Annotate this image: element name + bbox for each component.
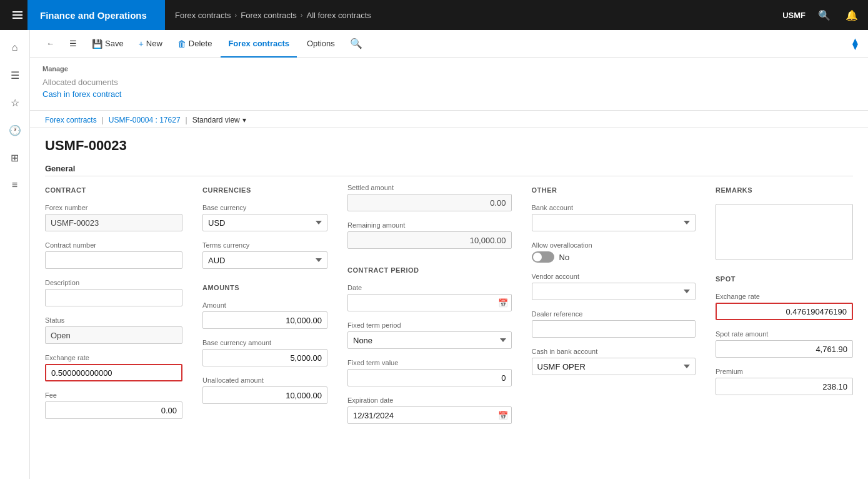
contract-number-label: Contract number [45,241,182,249]
breadcrumb-1[interactable]: Forex contracts [175,11,231,20]
menu-cash-in-forex-contract[interactable]: Cash in forex contract [42,88,856,100]
main-content: ← ☰ 💾 Save + New 🗑 Delete Forex contract… [30,30,868,479]
sidebar-favorites-icon[interactable]: ☆ [2,90,27,115]
breadcrumb-chevron-2: › [301,11,303,19]
contract-col: CONTRACT Forex number Contract number De… [45,184,182,429]
toolbar-bookmark-icon[interactable]: ⧫ [852,37,858,51]
toolbar: ← ☰ 💾 Save + New 🗑 Delete Forex contract… [30,30,868,58]
date-calendar-icon[interactable]: 📅 [498,298,508,308]
grid-menu-button[interactable] [7,0,27,30]
tab-options[interactable]: Options [299,30,342,58]
description-field: Description [45,279,182,306]
description-label: Description [45,279,182,286]
spot-exchange-rate-label: Exchange rate [716,293,853,300]
fixed-term-period-label: Fixed term period [347,321,512,329]
form-grid: CONTRACT Forex number Contract number De… [45,184,853,429]
bank-account-select[interactable] [532,214,696,231]
sidebar-nav-icon[interactable]: ☰ [2,63,27,88]
status-label: Status [45,316,182,324]
fixed-term-value-label: Fixed term value [347,359,512,366]
svg-rect-1 [12,14,22,16]
bank-account-label: Bank account [532,204,696,211]
amount-label: Amount [202,301,327,309]
expiration-calendar-icon[interactable]: 📅 [498,411,508,420]
sidebar-workspaces-icon[interactable]: ⊞ [2,145,27,170]
tab-forex-contracts[interactable]: Forex contracts [221,30,297,58]
form-area: USMF-00023 General CONTRACT Forex number… [30,128,868,479]
status-input[interactable] [45,326,182,344]
back-button[interactable]: ← [40,35,61,52]
new-label: New [146,39,162,48]
unallocated-amount-input[interactable] [202,386,327,404]
expiration-date-input[interactable] [347,406,512,424]
allow-overallocation-label: Allow overallocation [532,241,696,249]
amount-input[interactable] [202,311,327,329]
breadcrumb: Forex contracts › Forex contracts › All … [165,11,782,20]
manage-label: Manage [42,65,856,73]
amount-field: Amount [202,301,327,329]
sidebar-list-icon[interactable]: ≡ [2,173,27,198]
status-field: Status [45,316,182,344]
cash-in-bank-account-field: Cash in bank account USMF OPER [532,348,696,375]
forex-number-input[interactable] [45,214,182,231]
description-input[interactable] [45,289,182,306]
other-section-label: OTHER [532,186,696,194]
cash-in-bank-account-select[interactable]: USMF OPER [532,358,696,375]
allow-overallocation-toggle[interactable] [532,251,554,263]
record-nav-record[interactable]: USMF-00004 : 17627 [109,116,181,124]
settled-amount-input[interactable] [347,194,512,211]
currencies-col: CURRENCIES Base currency USD Terms curre… [202,184,327,429]
hamburger-button[interactable]: ☰ [63,35,83,52]
spot-rate-amount-input[interactable] [716,340,853,358]
dealer-reference-field: Dealer reference [532,310,696,338]
fixed-term-period-select[interactable]: None [347,331,512,349]
contract-number-field: Contract number [45,241,182,269]
base-currency-select[interactable]: USD [202,214,327,231]
spot-rate-amount-field: Spot rate amount [716,330,853,358]
base-currency-amount-label: Base currency amount [202,339,327,346]
fixed-term-period-field: Fixed term period None [347,321,512,349]
base-currency-label: Base currency [202,204,327,211]
date-input-wrapper: 📅 [347,294,512,311]
vendor-account-select[interactable] [532,283,696,300]
toolbar-search-icon[interactable]: 🔍 [350,38,362,49]
delete-label: Delete [189,39,212,48]
premium-label: Premium [716,368,853,375]
amounts-section-label: AMOUNTS [202,284,327,291]
record-nav-view-label: Standard view [192,116,240,124]
breadcrumb-3[interactable]: All forex contracts [307,11,371,20]
fee-input[interactable] [45,401,182,419]
exchange-rate-input[interactable] [45,364,182,381]
toggle-knob [533,253,542,261]
date-input[interactable] [347,294,512,311]
base-currency-field: Base currency USD [202,204,327,231]
new-button[interactable]: + New [132,35,169,53]
notification-icon[interactable]: 🔔 [843,6,861,24]
delete-button[interactable]: 🗑 Delete [171,35,219,53]
exchange-rate-field: Exchange rate [45,354,182,381]
currencies-section-label: CURRENCIES [202,186,327,194]
unallocated-amount-field: Unallocated amount [202,376,327,404]
record-nav-view-selector[interactable]: Standard view ▾ [192,116,246,124]
record-nav-link[interactable]: Forex contracts [45,116,97,124]
user-label: USMF [782,11,806,20]
search-icon[interactable]: 🔍 [816,6,833,24]
contract-section-label: CONTRACT [45,186,182,194]
contract-number-input[interactable] [45,251,182,269]
fixed-term-value-input[interactable] [347,369,512,386]
base-currency-amount-input[interactable] [202,349,327,366]
remarks-textarea[interactable] [716,204,853,260]
new-icon: + [139,39,144,49]
save-button[interactable]: 💾 Save [86,35,130,53]
dealer-reference-input[interactable] [532,320,696,338]
breadcrumb-chevron-1: › [235,11,237,19]
app-title: Finance and Operations [27,0,165,30]
spot-exchange-rate-input[interactable] [716,303,853,320]
terms-currency-select[interactable]: AUD [202,251,327,269]
breadcrumb-2[interactable]: Forex contracts [241,11,297,20]
sidebar-recent-icon[interactable]: 🕐 [2,118,27,143]
fixed-term-value-field: Fixed term value [347,359,512,386]
remaining-amount-input[interactable] [347,231,512,249]
sidebar-home-icon[interactable]: ⌂ [2,35,27,60]
premium-input[interactable] [716,378,853,395]
